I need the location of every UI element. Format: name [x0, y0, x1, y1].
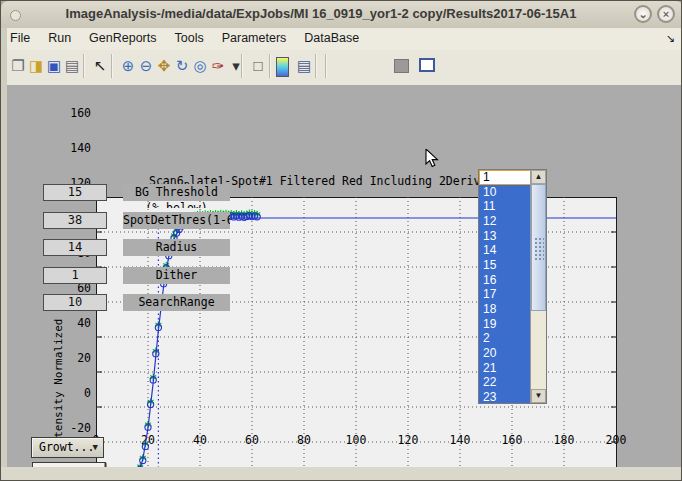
- listbox-item-1[interactable]: 1: [479, 170, 531, 185]
- insert-colorbar-icon[interactable]: [276, 57, 289, 77]
- listbox-item-12[interactable]: 12: [479, 214, 531, 229]
- listbox-item-16[interactable]: 16: [479, 273, 531, 288]
- listbox-item-22[interactable]: 22: [479, 375, 531, 390]
- scroll-down-icon[interactable]: ▼: [531, 389, 546, 403]
- pointer-icon[interactable]: ↖: [90, 56, 110, 76]
- save-icon[interactable]: ▣: [44, 56, 64, 76]
- chevron-down-icon: ▼: [93, 438, 98, 457]
- listbox-item-15[interactable]: 15: [479, 258, 531, 273]
- menu-run[interactable]: Run: [39, 28, 80, 50]
- scan-number-listbox[interactable]: 110111213141516171819220212223 ▲ ▼: [478, 169, 547, 404]
- edit-dither[interactable]: 1: [43, 267, 107, 284]
- toolbar-separator: [241, 54, 243, 78]
- scrollbar-thumb[interactable]: [531, 184, 546, 311]
- app-window: ImageAnalysis-/media/data/ExpJobs/MI 16_…: [0, 0, 682, 481]
- edit-bg-threshold[interactable]: 15: [43, 184, 107, 201]
- zoom-in-icon[interactable]: ⊕: [118, 56, 138, 76]
- insert-legend-icon[interactable]: ▤: [294, 56, 314, 76]
- svg-text:Intensity Normalized: Intensity Normalized: [52, 319, 65, 451]
- label-bg-threshold: BG Threshold: [123, 184, 230, 201]
- menu-overflow-icon[interactable]: ↘: [666, 32, 675, 45]
- menu-genreports[interactable]: GenReports: [80, 28, 165, 50]
- toolbar-separator: [315, 54, 317, 78]
- label-dither: Dither: [123, 267, 230, 284]
- shade-window-button[interactable]: ⌄: [634, 5, 652, 23]
- y-axis-label: Intensity Normalized: [49, 303, 67, 455]
- window-left-edge: [1, 28, 7, 467]
- link-plot-icon[interactable]: □: [248, 56, 268, 76]
- edit-radius[interactable]: 14: [43, 239, 107, 256]
- label-searchrange: SearchRange: [123, 294, 230, 311]
- listbox-item-21[interactable]: 21: [479, 361, 531, 376]
- label-radius: Radius: [123, 239, 230, 256]
- window-title: ImageAnalysis-/media/data/ExpJobs/MI 16_…: [1, 6, 641, 21]
- listbox-item-19[interactable]: 19: [479, 317, 531, 332]
- scroll-up-icon[interactable]: ▲: [531, 170, 546, 184]
- edit-spotdetthres-1-60-[interactable]: 38: [43, 212, 107, 229]
- print-icon[interactable]: ▤: [62, 56, 82, 76]
- figure-canvas: Scan6plate1-Spot#1 Filtered Red Includin…: [1, 85, 682, 467]
- listbox-item-2[interactable]: 2: [479, 331, 531, 346]
- show-plot-tools-icon[interactable]: [419, 58, 435, 72]
- scrollbar-grip: [534, 237, 544, 261]
- brush-dropdown-icon[interactable]: ▾: [226, 56, 246, 76]
- zoom-out-icon[interactable]: ⊖: [136, 56, 156, 76]
- menu-parameters[interactable]: Parameters: [213, 28, 296, 50]
- listbox-item-13[interactable]: 13: [479, 229, 531, 244]
- y-tick-160: 160: [59, 106, 91, 120]
- y-tick-140: 140: [59, 141, 91, 155]
- toolbar-separator: [83, 54, 85, 78]
- menu-database[interactable]: DataBase: [295, 28, 368, 50]
- pan-hand-icon[interactable]: ✥: [154, 56, 174, 76]
- hide-plot-tools-icon[interactable]: [394, 59, 409, 73]
- toolbar: ❐◨▣▤↖⊕⊖✥↻◎✑▾□▤: [1, 50, 682, 86]
- close-window-button[interactable]: ×: [657, 5, 675, 23]
- data-cursor-icon[interactable]: ◎: [190, 56, 210, 76]
- label-line2: (% below) Dynamic: [123, 201, 230, 208]
- edit-searchrange[interactable]: 10: [43, 294, 107, 311]
- listbox-item-17[interactable]: 17: [479, 287, 531, 302]
- menu-tools[interactable]: Tools: [166, 28, 213, 50]
- listbox-item-10[interactable]: 10: [479, 185, 531, 200]
- rotate-3d-icon[interactable]: ↻: [172, 56, 192, 76]
- new-file-icon[interactable]: ❐: [8, 56, 28, 76]
- toolbar-separator: [269, 54, 271, 78]
- toolbar-separator: [111, 54, 113, 78]
- status-bar: [1, 467, 682, 481]
- listbox-item-23[interactable]: 23: [479, 390, 531, 404]
- title-bar[interactable]: ImageAnalysis-/media/data/ExpJobs/MI 16_…: [1, 1, 682, 29]
- growth-dropdown-button[interactable]: Growt... ▼: [31, 437, 104, 458]
- listbox-scrollbar[interactable]: ▲ ▼: [530, 170, 546, 403]
- listbox-item-18[interactable]: 18: [479, 302, 531, 317]
- brush-icon[interactable]: ✑: [208, 56, 228, 76]
- listbox-item-11[interactable]: 11: [479, 199, 531, 214]
- toolbar-separator: [325, 54, 327, 78]
- label-spotdetthres-1-60-: SpotDetThres(1-60%): [123, 212, 230, 229]
- listbox-item-20[interactable]: 20: [479, 346, 531, 361]
- menu-bar: FileRunGenReportsToolsParametersDataBase…: [1, 28, 682, 51]
- listbox-item-14[interactable]: 14: [479, 243, 531, 258]
- open-file-icon[interactable]: ◨: [26, 56, 46, 76]
- mouse-cursor: [425, 149, 441, 169]
- growth-dropdown-label: Growt...: [39, 440, 94, 454]
